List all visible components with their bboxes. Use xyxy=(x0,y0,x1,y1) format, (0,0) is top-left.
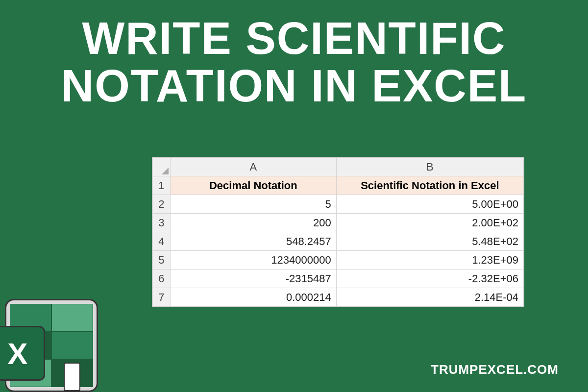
cell-A6[interactable]: -2315487 xyxy=(170,270,336,288)
header-row: 1 Decimal Notation Scientific Notation i… xyxy=(153,176,524,195)
row-header-3[interactable]: 3 xyxy=(153,214,171,232)
cell-A5[interactable]: 1234000000 xyxy=(170,251,336,270)
title-line-1: WRITE SCIENTIFIC xyxy=(0,15,588,62)
row-header-6[interactable]: 6 xyxy=(153,270,171,288)
cell-A3[interactable]: 200 xyxy=(170,214,336,232)
cell-A1[interactable]: Decimal Notation xyxy=(170,176,336,195)
row-header-2[interactable]: 2 xyxy=(153,195,171,214)
cell-B4[interactable]: 5.48E+02 xyxy=(336,232,523,251)
cell-B7[interactable]: 2.14E-04 xyxy=(336,288,523,307)
cell-B5[interactable]: 1.23E+09 xyxy=(336,251,523,270)
cell-A7[interactable]: 0.000214 xyxy=(170,288,336,307)
table-row: 3 200 2.00E+02 xyxy=(153,214,524,232)
cell-A2[interactable]: 5 xyxy=(170,195,336,214)
excel-logo-tab xyxy=(64,363,80,391)
cell-B2[interactable]: 5.00E+00 xyxy=(336,195,523,214)
column-header-B[interactable]: B xyxy=(336,158,523,176)
select-all-corner[interactable] xyxy=(153,158,171,176)
page-title: WRITE SCIENTIFIC NOTATION IN EXCEL xyxy=(0,0,588,109)
column-header-A[interactable]: A xyxy=(170,158,336,176)
row-header-1[interactable]: 1 xyxy=(153,176,171,195)
column-letter-row: A B xyxy=(153,158,524,176)
spreadsheet: A B 1 Decimal Notation Scientific Notati… xyxy=(152,157,524,307)
row-header-4[interactable]: 4 xyxy=(153,232,171,251)
cell-A4[interactable]: 548.2457 xyxy=(170,232,336,251)
cell-B6[interactable]: -2.32E+06 xyxy=(336,270,523,288)
cell-B3[interactable]: 2.00E+02 xyxy=(336,214,523,232)
row-header-5[interactable]: 5 xyxy=(153,251,171,270)
spreadsheet-table: A B 1 Decimal Notation Scientific Notati… xyxy=(152,157,524,307)
table-row: 7 0.000214 2.14E-04 xyxy=(153,288,524,307)
cell-B1[interactable]: Scientific Notation in Excel xyxy=(336,176,523,195)
excel-logo-x-badge: X xyxy=(0,326,45,381)
table-row: 6 -2315487 -2.32E+06 xyxy=(153,270,524,288)
site-brand: TRUMPEXCEL.COM xyxy=(431,362,559,377)
title-line-2: NOTATION IN EXCEL xyxy=(0,62,588,110)
row-header-7[interactable]: 7 xyxy=(153,288,171,307)
table-row: 2 5 5.00E+00 xyxy=(153,195,524,214)
table-row: 4 548.2457 5.48E+02 xyxy=(153,232,524,251)
excel-logo-icon: X xyxy=(0,299,103,392)
table-row: 5 1234000000 1.23E+09 xyxy=(153,251,524,270)
